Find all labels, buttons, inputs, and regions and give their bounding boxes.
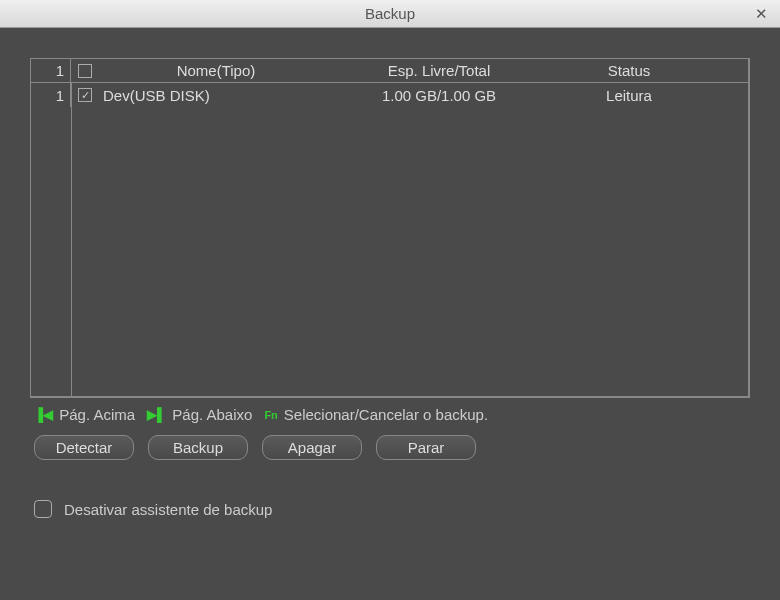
header-status: Status: [549, 62, 709, 79]
divider: [71, 83, 72, 396]
select-all-checkbox[interactable]: [78, 64, 92, 78]
hint-page-down: Pág. Abaixo: [172, 406, 252, 423]
row-status: Leitura: [549, 87, 709, 104]
row-num: 1: [31, 83, 71, 107]
row-space: 1.00 GB/1.00 GB: [329, 87, 549, 104]
window-title: Backup: [365, 5, 415, 22]
hint-select: Selecionar/Cancelar o backup.: [284, 406, 488, 423]
table-body: 1 ✓ Dev(USB DISK) 1.00 GB/1.00 GB Leitur…: [31, 83, 748, 396]
row-checkbox[interactable]: ✓: [78, 88, 92, 102]
page-down-icon: ▶▌: [147, 407, 166, 422]
erase-button[interactable]: Apagar: [262, 435, 362, 460]
row-check-cell[interactable]: ✓: [71, 83, 99, 107]
row-name: Dev(USB DISK): [99, 87, 329, 104]
header-name: Nome(Tipo): [99, 62, 329, 79]
disable-wizard-label: Desativar assistente de backup: [64, 501, 272, 518]
stop-button[interactable]: Parar: [376, 435, 476, 460]
fn-icon: Fn: [264, 409, 277, 421]
hint-page-up: Pág. Acima: [59, 406, 135, 423]
page-up-icon: ▐◀: [34, 407, 53, 422]
close-icon: ✕: [755, 5, 768, 23]
close-button[interactable]: ✕: [750, 3, 772, 25]
buttons-row: Detectar Backup Apagar Parar: [30, 435, 750, 460]
header-space: Esp. Livre/Total: [329, 62, 549, 79]
footer-row: Desativar assistente de backup: [30, 500, 750, 518]
header-check[interactable]: [71, 59, 99, 82]
table-row[interactable]: 1 ✓ Dev(USB DISK) 1.00 GB/1.00 GB Leitur…: [31, 83, 748, 107]
content-area: 1 Nome(Tipo) Esp. Livre/Total Status 1 ✓…: [0, 28, 780, 600]
table-header: 1 Nome(Tipo) Esp. Livre/Total Status: [31, 59, 748, 83]
device-table: 1 Nome(Tipo) Esp. Livre/Total Status 1 ✓…: [30, 58, 750, 398]
disable-wizard-checkbox[interactable]: [34, 500, 52, 518]
detect-button[interactable]: Detectar: [34, 435, 134, 460]
titlebar: Backup ✕: [0, 0, 780, 28]
header-num: 1: [31, 59, 71, 82]
hints-row: ▐◀ Pág. Acima ▶▌ Pág. Abaixo Fn Selecion…: [30, 406, 750, 423]
backup-button[interactable]: Backup: [148, 435, 248, 460]
